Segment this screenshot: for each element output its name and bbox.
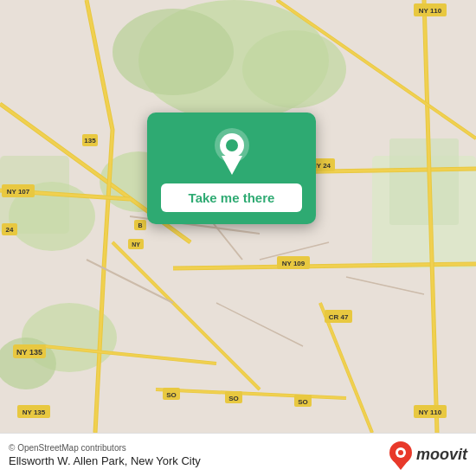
svg-text:SO: SO: [298, 398, 308, 406]
svg-text:NY 110: NY 110: [419, 408, 442, 416]
svg-text:NY 107: NY 107: [7, 188, 30, 196]
svg-text:135: 135: [84, 137, 96, 145]
osm-credit: © OpenStreetMap contributors: [9, 443, 201, 453]
svg-marker-70: [222, 156, 242, 175]
bottom-bar: © OpenStreetMap contributors Ellsworth W…: [0, 433, 476, 476]
bottom-left-info: © OpenStreetMap contributors Ellsworth W…: [9, 443, 201, 467]
svg-point-69: [226, 139, 238, 151]
svg-text:CR 47: CR 47: [329, 313, 349, 321]
svg-text:NY 109: NY 109: [282, 260, 306, 267]
svg-text:NY 135: NY 135: [23, 408, 46, 416]
svg-rect-10: [389, 138, 459, 225]
svg-marker-73: [394, 461, 408, 470]
location-pin-icon: [213, 128, 251, 175]
moovit-logo: moovit: [389, 441, 467, 470]
svg-text:24: 24: [6, 226, 14, 234]
svg-text:NY 135: NY 135: [16, 348, 42, 357]
take-me-there-button[interactable]: Take me there: [161, 183, 302, 212]
svg-point-2: [113, 9, 234, 95]
svg-text:NY: NY: [132, 241, 140, 248]
svg-text:NY 110: NY 110: [419, 7, 442, 15]
svg-point-74: [398, 450, 403, 455]
map-container: NY 135 135 NY 107 NY 24 NY 110 NY 109 24…: [0, 0, 476, 433]
svg-point-3: [242, 30, 346, 108]
popup-card: Take me there: [147, 113, 316, 224]
moovit-pin-icon: [389, 441, 413, 470]
svg-text:SO: SO: [166, 391, 177, 399]
moovit-brand-label: moovit: [416, 446, 467, 464]
location-name: Ellsworth W. Allen Park, New York City: [9, 454, 201, 467]
svg-text:SO: SO: [228, 395, 239, 402]
svg-text:B: B: [138, 222, 142, 228]
